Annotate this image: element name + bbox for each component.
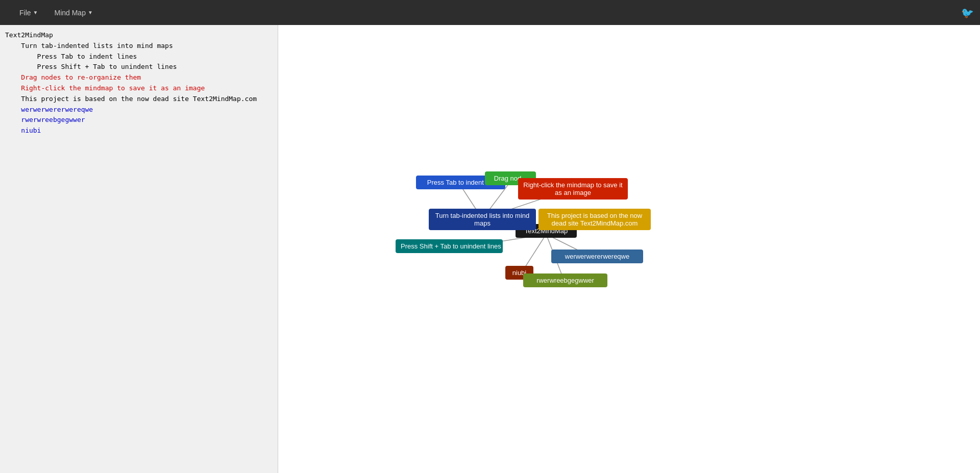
editor-line: rwerwreebgegwwer bbox=[5, 115, 273, 126]
mindmap-menu-chevron-icon: ▼ bbox=[88, 10, 93, 15]
mindmap-node[interactable]: rwerwreebgegwwer bbox=[523, 273, 607, 287]
editor-line: Press Tab to indent lines bbox=[5, 52, 273, 62]
editor-line: Press Shift + Tab to unindent lines bbox=[5, 62, 273, 72]
mindmap-menu[interactable]: Mind Map ▼ bbox=[51, 7, 95, 19]
file-menu[interactable]: File ▼ bbox=[16, 7, 41, 19]
connections-svg bbox=[278, 25, 980, 473]
mindmap-node[interactable]: Press Shift + Tab to unindent lines bbox=[396, 239, 503, 253]
mindmap-node[interactable]: werwerwererwereqwe bbox=[551, 250, 643, 263]
mindmap-node[interactable]: This project is based on the now dead si… bbox=[538, 209, 651, 230]
editor-panel[interactable]: Text2MindMap Turn tab-indented lists int… bbox=[0, 25, 278, 473]
editor-content: Text2MindMap Turn tab-indented lists int… bbox=[5, 30, 273, 136]
editor-line: werwerwererwereqwe bbox=[5, 105, 273, 115]
main-layout: Text2MindMap Turn tab-indented lists int… bbox=[0, 25, 980, 473]
twitter-icon[interactable]: 🐦 bbox=[961, 7, 974, 19]
editor-line: Turn tab-indented lists into mind maps bbox=[5, 41, 273, 52]
header-right: 🐦 bbox=[955, 7, 974, 19]
editor-line: Right-click the mindmap to save it as an… bbox=[5, 83, 273, 94]
editor-line: niubi bbox=[5, 126, 273, 136]
mindmap-panel[interactable]: Text2MindMapTurn tab-indented lists into… bbox=[278, 25, 980, 473]
editor-line: Text2MindMap bbox=[5, 30, 273, 41]
mindmap-node[interactable]: Turn tab-indented lists into mind maps bbox=[429, 209, 536, 230]
editor-line: This project is based on the now dead si… bbox=[5, 94, 273, 105]
mindmap-menu-label: Mind Map bbox=[54, 9, 85, 17]
file-menu-label: File bbox=[19, 9, 31, 17]
mindmap-node[interactable]: Right-click the mindmap to save it as an… bbox=[518, 178, 628, 200]
editor-line: Drag nodes to re-organize them bbox=[5, 72, 273, 83]
file-menu-chevron-icon: ▼ bbox=[33, 10, 38, 15]
header: File ▼ Mind Map ▼ 🐦 bbox=[0, 0, 980, 25]
